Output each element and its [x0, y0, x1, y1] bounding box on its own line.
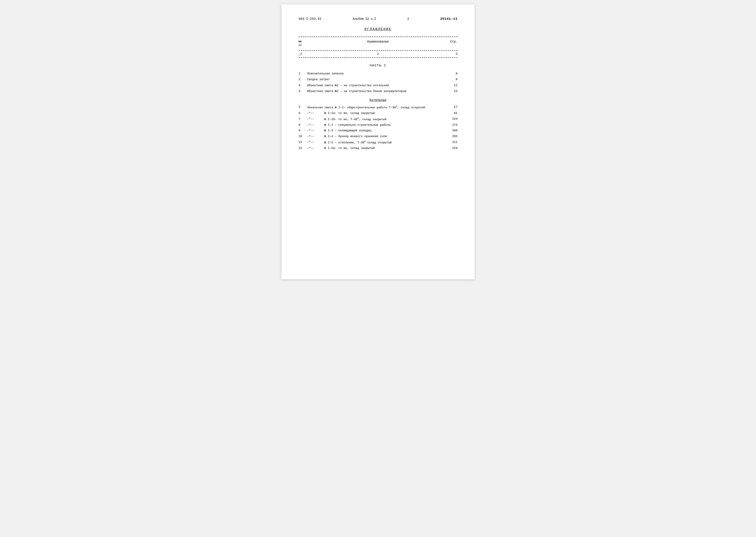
sub-page-12: 2I8 — [445, 146, 458, 151]
sub-num-9: 9 — [299, 128, 307, 133]
sub-desc-6: № I-Iа– то же, склад закрытый — [324, 111, 445, 116]
index-row: _I 2 3 — [299, 52, 458, 56]
mid-dashed-line — [299, 50, 458, 51]
sub-page-6: 8I — [445, 111, 458, 116]
sub-dash-9: –"-– — [307, 128, 324, 133]
sub-item-11: II –"-– № I-5 – отопление, Т-30о склад о… — [299, 140, 458, 145]
sub-item-5: 5 Локальная смета № I-I– общестроительны… — [299, 105, 458, 110]
sub-item-12: I2 –"-– № I-5а– то же, склад закрытый 2I… — [299, 146, 458, 151]
toc-page-4: I5 — [445, 89, 458, 94]
sub-item-7: 7 –"-– № I-Iб– то же, Т-40о, склад закры… — [299, 117, 458, 122]
sub-page-11: 2II — [445, 140, 458, 145]
sub-dash-10: –"-– — [307, 134, 324, 139]
sub-page-10: I95 — [445, 134, 458, 139]
toc-num-2: 2 — [299, 77, 307, 82]
toc-page-1: 6 — [445, 71, 458, 76]
sub-num-5: 5 — [299, 105, 307, 109]
page-header: 903-I-293.9I Альбом I2 ч.I 2 25141-13 — [299, 17, 458, 21]
toc-num-4: 4 — [299, 89, 307, 94]
sub-page-5: I7 — [445, 105, 458, 109]
toc-table: №№ пп Наименование Стр. _I 2 3 — [299, 36, 458, 58]
toc-page-3: II — [445, 83, 458, 88]
doc-number: 903-I-293.9I — [299, 17, 321, 21]
col-num-header: №№ пп — [299, 40, 316, 47]
sub-page-7: I24 — [445, 117, 458, 121]
page-number: 2 — [407, 17, 409, 21]
toc-item-1: I Пояснительная записка 6 — [299, 71, 458, 76]
sub-num-6: 6 — [299, 111, 307, 116]
sub-toc-list: 5 Локальная смета № I-I– общестроительны… — [299, 105, 458, 150]
sub-desc-11: № I-5 – отопление, Т-30о склад открытый — [324, 140, 445, 145]
sub-num-7: 7 — [299, 117, 307, 121]
sub-dash-11: –"-– — [307, 140, 324, 145]
toc-num-3: 3 — [299, 83, 307, 88]
col-name-header: Наименование — [316, 40, 440, 47]
document-page: 903-I-293.9I Альбом I2 ч.I 2 25141-13 ОГ… — [282, 4, 475, 279]
sub-desc-8: № I-2 – специально-строительные работы — [324, 123, 445, 127]
sub-desc-9: № I-3 – охлаждающий колодец — [324, 128, 445, 133]
toc-item-2: 2 Сводка затрат 8 — [299, 77, 458, 82]
sub-page-8: I74 — [445, 123, 458, 127]
sub-item-10: I0 –"-– № I-4 – бункер мокрого хранения … — [299, 134, 458, 139]
toc-desc-2: Сводка затрат — [307, 77, 445, 82]
album-info: Альбом I2 ч.I — [353, 17, 376, 21]
sub-dash-12: –"-– — [307, 146, 324, 151]
toc-page-2: 8 — [445, 77, 458, 82]
kotelna-title: Котельная — [299, 99, 458, 102]
toc-desc-4: Объектная смета №2 – на строительство ба… — [307, 89, 445, 94]
toc-num-1: I — [299, 71, 307, 76]
sub-desc-12: № I-5а– то же, склад закрытый — [324, 146, 445, 151]
part1-title: ЧАСТЬ I — [299, 64, 458, 67]
sub-item-9: 9 –"-– № I-3 – охлаждающий колодец I86 — [299, 128, 458, 133]
doc-code: 25141-13 — [440, 17, 457, 21]
top-dashed-line — [299, 36, 458, 37]
sub-dash-6: –"-– — [307, 111, 324, 116]
sub-item-6: 6 –"-– № I-Iа– то же, склад закрытый 8I — [299, 111, 458, 116]
toc-list: I Пояснительная записка 6 2 Сводка затра… — [299, 71, 458, 94]
sub-num-8: 8 — [299, 123, 307, 127]
col-page-header: Стр. — [440, 40, 458, 47]
sub-desc-7: № I-Iб– то же, Т-40о, склад закрытый — [324, 117, 445, 122]
sub-desc-10: № I-4 – бункер мокрого хранения соли — [324, 134, 445, 139]
sub-page-9: I86 — [445, 128, 458, 133]
sub-item-8: 8 –"-– № I-2 – специально-строительные р… — [299, 123, 458, 127]
toc-item-4: 4 Объектная смета №2 – на строительство … — [299, 89, 458, 94]
sub-num-12: I2 — [299, 146, 307, 151]
toc-desc-1: Пояснительная записка — [307, 71, 445, 76]
sub-num-10: I0 — [299, 134, 307, 139]
sub-desc-5: Локальная смета № I-I– общестроительные … — [307, 105, 445, 110]
sub-dash-7: –"-– — [307, 117, 324, 121]
sub-num-11: II — [299, 140, 307, 145]
table-header: №№ пп Наименование Стр. — [299, 38, 458, 49]
document-title: ОГЛАВЛЕНИЕ — [299, 27, 458, 31]
toc-desc-3: Объектная смета №I – на строительство ко… — [307, 83, 445, 88]
toc-item-3: 3 Объектная смета №I – на строительство … — [299, 83, 458, 88]
sub-dash-8: –"-– — [307, 123, 324, 127]
bottom-dashed-line — [299, 58, 458, 58]
